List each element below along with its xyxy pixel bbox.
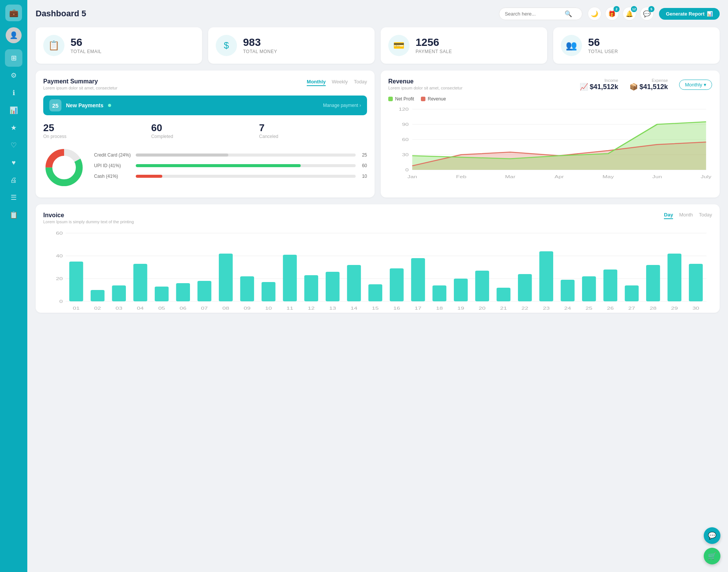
svg-text:Jun: Jun (652, 175, 662, 179)
sidebar-item-settings[interactable]: ⚙ (5, 67, 22, 84)
svg-rect-31 (69, 262, 83, 301)
main-content: Dashboard 5 🔍 🌙🎁2🔔12💬5 Generate Report 📊… (27, 0, 728, 572)
svg-rect-85 (646, 265, 660, 301)
revenue-title: Revenue (388, 78, 463, 85)
moon-icon-button[interactable]: 🌙 (588, 7, 601, 20)
invoice-tabs: DayMonthToday (664, 212, 712, 219)
manage-payment-link[interactable]: Manage payment › (323, 103, 361, 108)
svg-text:14: 14 (351, 306, 358, 311)
svg-rect-83 (625, 285, 639, 301)
svg-rect-69 (475, 271, 489, 301)
sidebar-item-print[interactable]: 🖨 (5, 171, 22, 189)
donut-chart (43, 147, 85, 190)
expense-icon: 📦 (629, 83, 638, 91)
svg-rect-49 (262, 282, 276, 301)
svg-text:18: 18 (436, 306, 443, 311)
invoice-chart: 0204060010203040506070809101112131415161… (43, 229, 712, 305)
payment-tab-today[interactable]: Today (354, 79, 367, 86)
invoice-panel: Invoice Lorem Ipsum is simply dummy text… (36, 204, 720, 313)
chart-icon: 📊 (707, 11, 713, 17)
svg-text:03: 03 (116, 306, 122, 311)
stat-label-email: TOTAL EMAIL (71, 49, 102, 54)
svg-text:29: 29 (671, 306, 678, 311)
sidebar-item-analytics[interactable]: 📊 (5, 102, 22, 119)
logo-icon: 💼 (9, 8, 19, 17)
svg-rect-73 (518, 274, 532, 301)
user-avatar[interactable]: 👤 (6, 27, 22, 43)
svg-rect-55 (326, 272, 340, 301)
bell-icon-button[interactable]: 🔔12 (623, 7, 636, 20)
search-input[interactable] (505, 11, 562, 17)
legend-dot (388, 97, 393, 101)
svg-text:02: 02 (94, 306, 101, 311)
svg-text:22: 22 (521, 306, 528, 311)
svg-text:26: 26 (607, 306, 614, 311)
payment-tab-weekly[interactable]: Weekly (332, 79, 348, 86)
svg-text:20: 20 (479, 306, 486, 311)
svg-text:60: 60 (56, 231, 63, 236)
invoice-tab-today[interactable]: Today (699, 212, 712, 219)
progress-list: Credit Card (24%) 25 UPI ID (41%) 60 Cas… (94, 152, 367, 184)
bell-badge: 12 (631, 6, 637, 12)
sidebar-item-star[interactable]: ★ (5, 119, 22, 136)
svg-text:27: 27 (628, 306, 635, 311)
svg-text:17: 17 (415, 306, 422, 311)
svg-text:July: July (701, 175, 712, 179)
gift-icon-button[interactable]: 🎁2 (605, 7, 619, 20)
income-block: Income 📈$41,512k (580, 78, 618, 91)
svg-text:08: 08 (222, 306, 229, 311)
stat-num-payment: 1256 (416, 37, 452, 48)
sidebar-item-dashboard[interactable]: ⊞ (5, 49, 22, 67)
support-fab[interactable]: 💬 (704, 527, 720, 544)
generate-report-button[interactable]: Generate Report 📊 (659, 8, 720, 20)
stat-label-payment: PAYMENT SALE (416, 49, 452, 54)
svg-rect-89 (689, 264, 703, 301)
svg-rect-37 (133, 264, 147, 301)
sidebar-item-document[interactable]: 📋 (5, 206, 22, 224)
svg-text:12: 12 (308, 306, 315, 311)
expense-label: Expense (629, 78, 668, 83)
payment-tab-monthly[interactable]: Monthly (307, 79, 326, 86)
sidebar-item-heart-filled[interactable]: ♥ (5, 154, 22, 171)
svg-text:60: 60 (402, 138, 409, 142)
stat-label-money: TOTAL MONEY (243, 49, 277, 54)
progress-item-cash: Cash (41%) 10 (94, 174, 367, 179)
svg-rect-59 (369, 284, 383, 301)
progress-bar-fill (136, 164, 301, 167)
sidebar-item-info[interactable]: ℹ (5, 84, 22, 102)
svg-text:01: 01 (73, 306, 80, 311)
progress-bar-bg (136, 175, 356, 178)
svg-text:23: 23 (543, 306, 550, 311)
svg-text:13: 13 (329, 306, 336, 311)
income-value: $41,512k (590, 83, 618, 91)
progress-label: Credit Card (24%) (94, 152, 132, 158)
sidebar-item-heart-outline[interactable]: ♡ (5, 136, 22, 154)
payment-stats-row: 25On process60Completed7Canceled (43, 122, 367, 139)
sidebar-item-list[interactable]: ☰ (5, 189, 22, 206)
cart-fab[interactable]: 🛒 (704, 548, 720, 564)
revenue-chart: 0306090120JanFebMarAprMayJunJuly (388, 105, 712, 181)
revenue-tab-button[interactable]: Monthly ▾ (679, 80, 712, 90)
sidebar-logo[interactable]: 💼 (5, 5, 22, 21)
revenue-panel: Revenue Lorem ipsum dolor sit amet, cons… (381, 71, 720, 197)
svg-text:90: 90 (402, 122, 409, 127)
invoice-tab-month[interactable]: Month (679, 212, 693, 219)
stat-icon-payment: 💳 (388, 35, 410, 56)
new-payments-dot (108, 104, 111, 107)
stats-grid: 📋 56 TOTAL EMAIL $ 983 TOTAL MONEY 💳 125… (36, 27, 720, 64)
svg-text:28: 28 (650, 306, 656, 311)
gift-badge: 2 (613, 6, 620, 12)
svg-rect-61 (390, 268, 404, 301)
chat-icon-button[interactable]: 💬5 (640, 7, 654, 20)
stat-icon-money: $ (216, 35, 237, 56)
invoice-tab-day[interactable]: Day (664, 212, 673, 219)
search-box[interactable]: 🔍 (499, 8, 582, 20)
progress-label: Cash (41%) (94, 174, 132, 179)
svg-rect-81 (603, 270, 617, 301)
svg-text:16: 16 (393, 306, 400, 311)
payment-summary-panel: Payment Summary Lorem ipsum dolor sit am… (36, 71, 375, 197)
svg-text:Apr: Apr (554, 175, 564, 179)
stat-icon-users: 👥 (561, 35, 582, 56)
expense-block: Expense 📦$41,512k (629, 78, 668, 91)
stat-num-email: 56 (71, 37, 102, 48)
